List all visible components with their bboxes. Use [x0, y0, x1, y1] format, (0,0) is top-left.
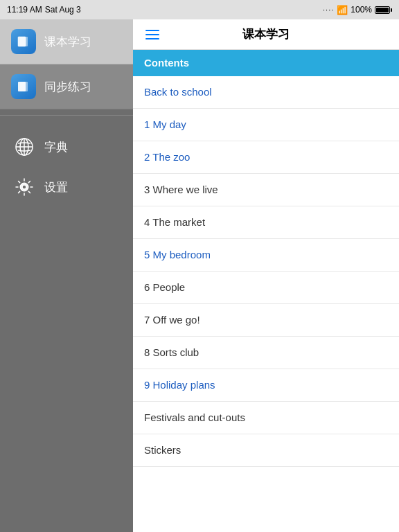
list-item-text: 7 Off we go!: [144, 314, 200, 326]
list-item[interactable]: 9 Holiday plans: [133, 369, 399, 402]
list-item-text: Stickers: [144, 444, 181, 456]
list-item[interactable]: 2 The zoo: [133, 141, 399, 174]
keben-label: 课本学习: [44, 34, 91, 50]
list-item-text: 5 My bedroom: [144, 249, 211, 260]
contents-list: Back to school1 My day2 The zoo3 Where w…: [133, 76, 399, 532]
list-item-text: 2 The zoo: [144, 151, 190, 163]
list-item-text: 9 Holiday plans: [144, 379, 215, 391]
time-display: 11:19 AM: [7, 5, 42, 15]
battery-label: 100%: [351, 5, 372, 15]
wifi-icon: 📶: [337, 5, 348, 15]
hamburger-line-2: [145, 34, 159, 35]
globe-icon: [14, 136, 35, 157]
svg-rect-2: [20, 37, 28, 46]
list-item-text: 1 My day: [144, 118, 186, 130]
status-bar-left: 11:19 AM Sat Aug 3: [7, 5, 81, 15]
sidebar-divider: [0, 115, 133, 116]
content-header: 课本学习: [133, 19, 399, 50]
sidebar-item-shezhi[interactable]: 设置: [0, 167, 133, 207]
list-item[interactable]: Back to school: [133, 76, 399, 109]
sidebar-item-keben[interactable]: 课本学习: [0, 19, 133, 64]
list-item-text: Festivals and cut-outs: [144, 411, 245, 423]
svg-rect-6: [20, 82, 28, 91]
list-item-text: 6 People: [144, 281, 185, 293]
tongbu-icon: [11, 74, 36, 99]
list-item[interactable]: 3 Where we live: [133, 174, 399, 206]
gear-icon: [14, 177, 35, 197]
sidebar-top-nav: 课本学习 同步练习: [0, 19, 133, 109]
sidebar-bottom-nav: 字典 设置: [0, 121, 133, 207]
list-item-text: 8 Sorts club: [144, 346, 199, 358]
status-bar: 11:19 AM Sat Aug 3 ···· 📶 100%: [0, 0, 399, 19]
sidebar-item-tongbu[interactable]: 同步练习: [0, 64, 133, 109]
contents-header-bar: Contents: [133, 50, 399, 76]
svg-point-13: [22, 185, 26, 189]
list-item[interactable]: Festivals and cut-outs: [133, 402, 399, 434]
zidian-label: 字典: [44, 139, 68, 155]
sidebar: 课本学习 同步练习: [0, 19, 133, 532]
list-item[interactable]: 1 My day: [133, 109, 399, 141]
battery-icon: [375, 6, 392, 14]
sidebar-item-zidian[interactable]: 字典: [0, 127, 133, 167]
list-item-text: Back to school: [144, 86, 212, 98]
content-header-title: 课本学习: [242, 26, 290, 42]
hamburger-line-1: [145, 30, 159, 31]
date-display: Sat Aug 3: [45, 5, 81, 15]
list-item-text: 3 Where we live: [144, 184, 218, 195]
list-item[interactable]: 4 The market: [133, 206, 399, 239]
tongbu-label: 同步练习: [44, 79, 91, 95]
list-item[interactable]: Stickers: [133, 434, 399, 467]
list-item[interactable]: 5 My bedroom: [133, 239, 399, 272]
shezhi-label: 设置: [44, 179, 68, 195]
content-area: 课本学习 Contents Back to school1 My day2 Th…: [133, 19, 399, 532]
list-item[interactable]: 8 Sorts club: [133, 337, 399, 369]
keben-icon: [11, 29, 36, 54]
list-item[interactable]: 7 Off we go!: [133, 304, 399, 337]
hamburger-button[interactable]: [143, 27, 162, 42]
app-container: 课本学习 同步练习: [0, 19, 399, 532]
list-item[interactable]: 6 People: [133, 272, 399, 304]
signal-icon: ····: [323, 6, 334, 14]
list-item-text: 4 The market: [144, 216, 205, 228]
hamburger-line-3: [145, 38, 159, 39]
contents-header-label: Contents: [144, 57, 189, 69]
status-bar-right: ···· 📶 100%: [323, 5, 392, 15]
